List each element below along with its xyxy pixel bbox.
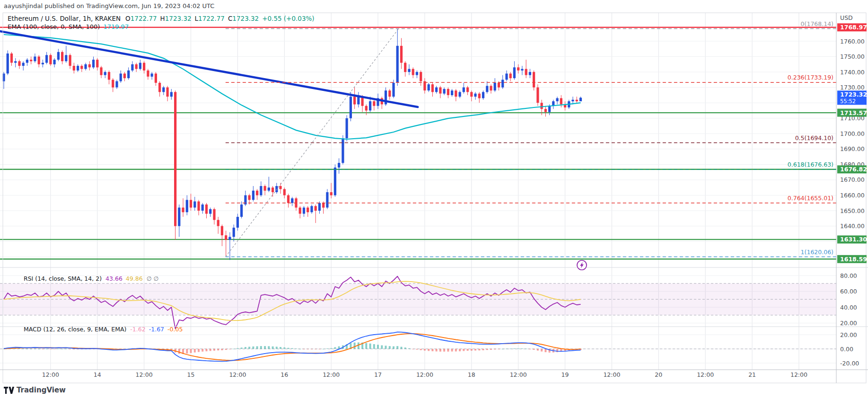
chart-canvas: 0(1768.14)0.236(1733.19)0.5(1694.10)0.61… (0, 0, 868, 400)
svg-text:12:00: 12:00 (136, 371, 153, 378)
ema-value: 1719.97 (103, 23, 129, 30)
svg-text:60.00: 60.00 (840, 288, 857, 295)
tradingview-logo[interactable]: TradingView (4, 386, 66, 394)
svg-text:0.00: 0.00 (840, 346, 853, 353)
svg-text:1740.00: 1740.00 (840, 69, 865, 76)
macd-value: -1.67 (149, 326, 164, 333)
svg-text:-20.00: -20.00 (840, 360, 859, 367)
svg-text:12:00: 12:00 (416, 371, 433, 378)
svg-text:1700.00: 1700.00 (840, 130, 865, 137)
ohlc-high: H1723.32 (160, 15, 192, 22)
svg-text:16: 16 (281, 371, 288, 378)
svg-text:12:00: 12:00 (603, 371, 620, 378)
svg-text:1730.00: 1730.00 (840, 84, 865, 91)
svg-text:17: 17 (374, 371, 382, 378)
svg-text:12:00: 12:00 (42, 371, 59, 378)
symbol-title: Ethereum / U.S. Dollar, 1h, KRAKEN (8, 15, 121, 22)
rsi-band (0, 284, 836, 349)
fib-label: 1(1620.06) (801, 249, 833, 256)
fib-label: 0.5(1694.10) (795, 134, 833, 142)
svg-text:1768.97: 1768.97 (840, 24, 867, 31)
fib-label: 0.764(1655.01) (788, 195, 833, 202)
svg-text:1750.00: 1750.00 (840, 53, 865, 60)
svg-text:14: 14 (94, 371, 101, 378)
svg-text:19: 19 (561, 371, 569, 378)
tradingview-logo-icon (4, 387, 14, 394)
svg-text:20.00: 20.00 (840, 320, 857, 327)
ohlc-low: L1722.77 (195, 15, 225, 22)
svg-text:1713.57: 1713.57 (840, 109, 867, 116)
svg-text:1676.82: 1676.82 (840, 166, 867, 173)
axis-currency: USD (840, 14, 853, 21)
rsi-bands-hidden: ∅ ∅ (147, 275, 159, 282)
svg-text:18: 18 (468, 371, 475, 378)
macd-signal-value: -0.05 (167, 326, 183, 333)
svg-text:15: 15 (187, 371, 195, 378)
ohlc-close: C1723.32 (228, 15, 259, 22)
svg-text:1660.00: 1660.00 (840, 192, 865, 199)
svg-text:21: 21 (748, 371, 756, 378)
svg-text:20.00: 20.00 (840, 331, 857, 338)
tradingview-logo-text: TradingView (17, 386, 66, 394)
rsi-sma-value: 49.86 (126, 275, 143, 282)
macd-signal-line (4, 334, 581, 360)
svg-text:12:00: 12:00 (229, 371, 246, 378)
svg-text:20: 20 (655, 371, 662, 378)
rsi-indicator-label: RSI (14, close, SMA, 14, 2)43.6649.86∅ ∅ (24, 275, 158, 282)
svg-text:12:00: 12:00 (510, 371, 527, 378)
price-change: +0.55 (+0.03%) (262, 15, 314, 22)
fib-levels-layer: 0(1768.14)0.236(1733.19)0.5(1694.10)0.61… (226, 20, 836, 257)
candles-layer (2, 29, 582, 260)
macd-line (4, 332, 581, 361)
svg-text:12:00: 12:00 (323, 371, 340, 378)
horizontal-lines-layer (0, 27, 836, 259)
svg-text:1618.59: 1618.59 (840, 256, 867, 263)
svg-text:1631.30: 1631.30 (840, 236, 867, 243)
ema-indicator-label: EMA (100, close, 0, SMA, 100)1719.97 (8, 23, 129, 30)
symbol-title-row: Ethereum / U.S. Dollar, 1h, KRAKENO1722.… (8, 15, 318, 22)
price-axis[interactable]: USD1760.001750.001740.001730.001710.0017… (840, 14, 865, 367)
svg-text:1650.00: 1650.00 (840, 207, 865, 214)
svg-text:12:00: 12:00 (697, 371, 714, 378)
fib-label: 0.618(1676.63) (788, 161, 833, 168)
fib-label: 0.236(1733.19) (788, 74, 833, 81)
publish-info: aayushjindal published on TradingView.co… (4, 2, 214, 9)
macd-hist-value: -1.62 (130, 326, 145, 333)
svg-text:12:00: 12:00 (790, 371, 807, 378)
svg-text:80.00: 80.00 (840, 272, 857, 279)
svg-text:1723.32: 1723.32 (840, 91, 867, 98)
fib-label: 0(1768.14) (801, 20, 833, 27)
lightning-bolt-icon (576, 259, 588, 271)
gridlines-layer (0, 13, 836, 370)
flash-marker-button[interactable] (576, 259, 588, 271)
trendline-blue[interactable] (0, 31, 418, 107)
svg-text:1760.00: 1760.00 (840, 38, 865, 45)
bar-countdown: 55:52 (840, 98, 856, 105)
svg-text:1640.00: 1640.00 (840, 222, 865, 230)
svg-text:40.00: 40.00 (840, 304, 857, 311)
ohlc-open: O1722.77 (125, 15, 157, 22)
rsi-value: 43.66 (105, 275, 123, 282)
macd-indicator-label: MACD (12, 26, close, 9, EMA, EMA)-1.62-1… (24, 326, 183, 333)
svg-text:1690.00: 1690.00 (840, 145, 865, 152)
time-axis[interactable]: 12:001412:001512:001612:001712:001812:00… (42, 371, 807, 378)
svg-text:1670.00: 1670.00 (840, 176, 865, 183)
